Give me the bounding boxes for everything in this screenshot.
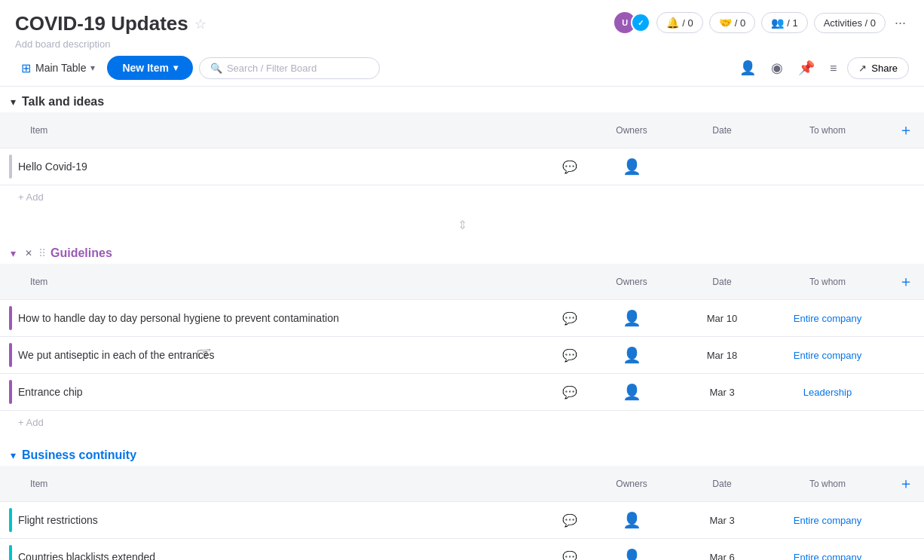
- share-label: Share: [871, 63, 898, 74]
- col-header-name-1: Item: [0, 112, 586, 148]
- table-row: Flight restrictions 💬 👤 Mar 3 Entire com…: [0, 502, 924, 539]
- reactions-button[interactable]: 🔔 / 0: [656, 12, 702, 33]
- col-header-name-3: Item: [0, 466, 586, 502]
- group-title-business-continuity[interactable]: Business continuity: [22, 448, 136, 462]
- add-row-button-1[interactable]: + Add: [15, 190, 47, 204]
- new-item-button[interactable]: New Item ▾: [107, 56, 192, 80]
- owner-placeholder-icon: 👤: [623, 512, 641, 528]
- col-header-add-3[interactable]: ＋: [888, 466, 924, 502]
- col-header-name-2: Item: [0, 264, 586, 300]
- members-button[interactable]: 👥 / 1: [761, 12, 807, 33]
- main-table-button[interactable]: ⊞ Main Table ▾: [15, 57, 101, 80]
- cell-name: How to handle day to day personal hygien…: [0, 300, 586, 337]
- to-whom-cell[interactable]: Entire company: [767, 539, 888, 561]
- pin-button[interactable]: 📌: [794, 57, 819, 79]
- owner-placeholder-icon: 👤: [623, 549, 641, 560]
- row-name-text: Flight restrictions: [18, 514, 98, 526]
- to-whom-badge[interactable]: Entire company: [794, 552, 861, 560]
- row-bar: [9, 380, 12, 404]
- owners-cell: 👤: [586, 374, 677, 411]
- group-toggle-talk-and-ideas[interactable]: ▾: [9, 94, 17, 109]
- invite-count: / 0: [735, 17, 745, 29]
- row-name-text: How to handle day to day personal hygien…: [18, 312, 339, 324]
- col-header-add-1[interactable]: ＋: [888, 112, 924, 148]
- more-options-button[interactable]: ···: [892, 12, 909, 34]
- row-bar: [9, 545, 12, 560]
- row-name-text: Hello Covid-19: [18, 161, 87, 173]
- board-title: COVID-19 Updates: [15, 12, 188, 35]
- to-whom-badge[interactable]: Leadership: [803, 387, 852, 398]
- chat-icon[interactable]: 💬: [562, 160, 577, 174]
- table-row: How to handle day to day personal hygien…: [0, 300, 924, 337]
- new-item-label: New Item: [122, 62, 168, 74]
- to-whom-badge[interactable]: Entire company: [794, 515, 861, 526]
- view-options-button[interactable]: ◉: [766, 57, 788, 79]
- table-row: Hello Covid-19 💬 👤: [0, 148, 924, 185]
- add-column-button-3[interactable]: ＋: [897, 472, 915, 495]
- person-icon: 👤: [739, 60, 756, 75]
- members-count: / 1: [787, 17, 797, 29]
- share-button[interactable]: ↗ Share: [847, 57, 909, 79]
- person-filter-button[interactable]: 👤: [735, 57, 760, 79]
- date-cell: Mar 6: [677, 539, 767, 561]
- owners-cell: 👤: [586, 300, 677, 337]
- search-bar[interactable]: 🔍 Search / Filter Board: [199, 57, 380, 79]
- to-whom-cell[interactable]: Entire company: [767, 337, 888, 374]
- chat-icon[interactable]: 💬: [562, 348, 577, 363]
- add-column-button-1[interactable]: ＋: [897, 118, 915, 142]
- table-row: Entrance chip 💬 👤 Mar 3 Leadership: [0, 374, 924, 411]
- owners-cell: 👤: [586, 337, 677, 374]
- col-header-add-2[interactable]: ＋: [888, 264, 924, 300]
- chevron-down-icon: ▾: [90, 63, 95, 73]
- to-whom-cell[interactable]: Entire company: [767, 300, 888, 337]
- cell-name: We put antiseptic in each of the entranc…: [0, 337, 586, 374]
- cell-name: Flight restrictions 💬: [0, 502, 586, 539]
- to-whom-cell[interactable]: Entire company: [767, 502, 888, 539]
- add-column-button-2[interactable]: ＋: [897, 270, 915, 293]
- row-name-text: We put antiseptic in each of the entranc…: [18, 349, 214, 361]
- group-toggle-business-continuity[interactable]: ▾: [9, 448, 17, 463]
- group-title-talk-and-ideas[interactable]: Talk and ideas: [22, 95, 104, 109]
- row-name-text: Countries blacklists extended: [18, 551, 155, 560]
- group-title-guidelines[interactable]: Guidelines: [50, 246, 112, 260]
- to-whom-cell[interactable]: Leadership: [767, 374, 888, 411]
- col-header-owners-2: Owners: [586, 264, 677, 300]
- to-whom-badge[interactable]: Entire company: [794, 350, 861, 361]
- row-bar: [9, 155, 12, 179]
- eye-icon: ◉: [771, 60, 783, 75]
- row-bar: [9, 306, 12, 330]
- cell-name: Entrance chip 💬: [0, 374, 586, 411]
- to-whom-badge[interactable]: Entire company: [794, 313, 861, 324]
- chat-icon[interactable]: 💬: [562, 311, 577, 326]
- col-header-date-1: Date: [677, 112, 767, 148]
- chat-icon[interactable]: 💬: [562, 550, 577, 561]
- date-cell: Mar 3: [677, 502, 767, 539]
- row-bar: [9, 508, 12, 532]
- to-whom-cell: [767, 148, 888, 185]
- group-toggle-guidelines[interactable]: ▾: [9, 246, 17, 261]
- col-header-towhom-3: To whom: [767, 466, 888, 502]
- group-drag-handle-guidelines[interactable]: ⠿: [38, 247, 46, 259]
- col-header-towhom-1: To whom: [767, 112, 888, 148]
- group-close-guidelines[interactable]: ✕: [23, 246, 34, 260]
- reaction-icon: 🔔: [666, 17, 679, 29]
- chat-icon[interactable]: 💬: [562, 513, 577, 528]
- invite-icon: 🤝: [719, 17, 732, 29]
- filter-button[interactable]: ≡: [825, 57, 841, 79]
- col-header-owners-1: Owners: [586, 112, 677, 148]
- star-icon[interactable]: ☆: [194, 16, 207, 32]
- table-row: We put antiseptic in each of the entranc…: [0, 337, 924, 374]
- add-row-button-2[interactable]: + Add: [15, 415, 47, 430]
- new-item-chevron-icon: ▾: [173, 63, 178, 73]
- search-placeholder: Search / Filter Board: [227, 63, 317, 74]
- cell-name: Hello Covid-19 💬: [0, 148, 586, 185]
- invite-button[interactable]: 🤝 / 0: [709, 12, 755, 33]
- group-guidelines: ▾ ✕ ⠿ Guidelines Item Owners Date To who…: [0, 238, 924, 434]
- chat-icon[interactable]: 💬: [562, 385, 577, 399]
- table-row: Countries blacklists extended 💬 👤 Mar 6 …: [0, 539, 924, 561]
- activities-button[interactable]: Activities / 0: [814, 13, 886, 33]
- pin-icon: 📌: [798, 60, 815, 75]
- board-description[interactable]: Add board description: [15, 38, 909, 50]
- owner-placeholder-icon: 👤: [623, 384, 641, 400]
- search-icon: 🔍: [210, 63, 222, 74]
